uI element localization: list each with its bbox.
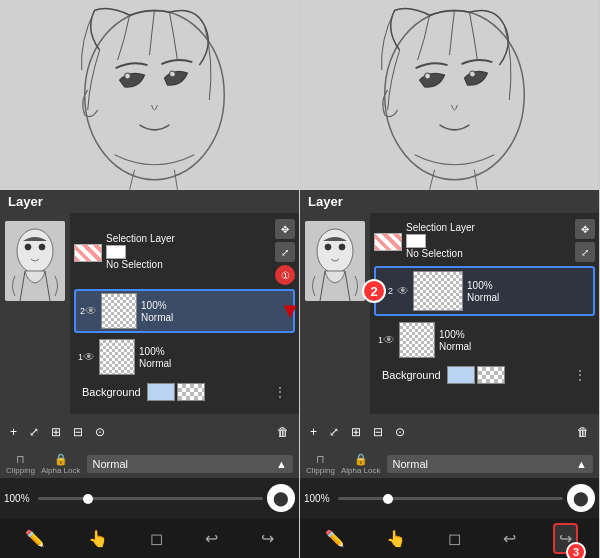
redo-container-2: ↪ 3 bbox=[553, 523, 578, 554]
mask-btn-2[interactable]: ⊟ bbox=[369, 423, 387, 442]
add-layer-btn-1[interactable]: + bbox=[6, 423, 21, 442]
sketch-area-1 bbox=[0, 0, 299, 190]
eraser-btn-1[interactable]: ◻ bbox=[146, 525, 167, 552]
char-thumbnail-1 bbox=[5, 221, 65, 301]
tool-nav-1: ✏️ 👆 ◻ ↩ ↪ bbox=[0, 518, 299, 558]
layer-mode-1-p2: Normal bbox=[439, 341, 591, 352]
layer-eye-2-p2[interactable]: 👁 bbox=[397, 284, 409, 298]
mask-icon-1: ⊟ bbox=[73, 425, 83, 439]
layer-row-2-panel2[interactable]: 2 2 👁 100% Normal bbox=[374, 266, 595, 316]
layer-header-2: Layer bbox=[300, 190, 599, 213]
zoom-handle-1[interactable] bbox=[83, 494, 93, 504]
layer-thumb-col-1 bbox=[0, 213, 70, 414]
panel-1: Layer bbox=[0, 0, 300, 558]
layer-row-2-panel1[interactable]: 2 👁 100% Normal ▼ bbox=[74, 289, 295, 333]
svg-point-11 bbox=[469, 71, 475, 77]
layer-row-1-panel2[interactable]: 1 👁 100% Normal bbox=[374, 320, 595, 360]
redo-btn-1[interactable]: ↪ bbox=[257, 525, 278, 552]
smudge-btn-2[interactable]: 👆 bbox=[382, 525, 410, 552]
mask-btn-1[interactable]: ⊟ bbox=[69, 423, 87, 442]
delete-btn-1[interactable]: 🗑 bbox=[273, 423, 293, 442]
svg-point-2 bbox=[125, 73, 131, 79]
svg-point-13 bbox=[317, 229, 353, 273]
sel-icon-3[interactable]: ① bbox=[275, 265, 295, 285]
zoom-slider-2[interactable] bbox=[338, 497, 563, 500]
layer-opacity-1-1: 100% bbox=[139, 346, 291, 358]
delete-icon-2: 🗑 bbox=[577, 425, 589, 439]
layer-thumb-1-1 bbox=[99, 339, 135, 375]
tool-nav-2: ✏️ 👆 ◻ ↩ ↪ 3 bbox=[300, 518, 599, 558]
normal-mode-select-2[interactable]: Normal ▲ bbox=[387, 455, 594, 473]
bg-options-1[interactable]: ⋮ bbox=[273, 384, 287, 400]
transform-icon-2: ⤢ bbox=[329, 425, 339, 439]
add-layer-type-btn-1[interactable]: ⊞ bbox=[47, 423, 65, 442]
smudge-btn-1[interactable]: 👆 bbox=[84, 525, 112, 552]
zoom-handle-2[interactable] bbox=[383, 494, 393, 504]
eraser-btn-2[interactable]: ◻ bbox=[444, 525, 465, 552]
plus-icon-2: + bbox=[310, 425, 317, 439]
brush-btn-2[interactable]: ✏️ bbox=[321, 525, 349, 552]
brush-btn-1[interactable]: ✏️ bbox=[21, 525, 49, 552]
layer-eye-1-p2[interactable]: 👁 bbox=[383, 333, 395, 347]
layer-info-2-1: 100% Normal bbox=[141, 300, 289, 323]
undo-btn-1[interactable]: ↩ bbox=[201, 525, 222, 552]
step-num-3: 3 bbox=[566, 542, 586, 559]
zoom-slider-1[interactable] bbox=[38, 497, 263, 500]
layer-num-2-p2: 2 bbox=[388, 286, 393, 296]
bg-thumb-checker-2 bbox=[477, 366, 505, 384]
transform-btn-1[interactable]: ⤢ bbox=[25, 423, 43, 442]
add-type-icon-2: ⊞ bbox=[351, 425, 361, 439]
panel-2: Layer bbox=[300, 0, 600, 558]
undo-btn-2[interactable]: ↩ bbox=[499, 525, 520, 552]
sel-icon-p2-1[interactable]: ✥ bbox=[575, 219, 595, 239]
sel-icon-p2-2[interactable]: ⤢ bbox=[575, 242, 595, 262]
zoom-label-1: 100% bbox=[4, 493, 30, 504]
color-circle-2[interactable]: ⬤ bbox=[567, 484, 595, 512]
chevron-icon-1: ▲ bbox=[276, 458, 287, 470]
svg-point-6 bbox=[25, 244, 31, 250]
selection-layer-row-2: Selection Layer No Selection ✥ ⤢ bbox=[370, 217, 599, 264]
add-type-icon-1: ⊞ bbox=[51, 425, 61, 439]
layer-toolbar-1: + ⤢ ⊞ ⊟ ⊙ 🗑 bbox=[0, 414, 299, 450]
alpha-lock-btn-1[interactable]: 🔒 Alpha Lock bbox=[41, 453, 81, 475]
clipping-btn-2[interactable]: ⊓ Clipping bbox=[306, 453, 335, 475]
bg-thumb-solid-2 bbox=[447, 366, 475, 384]
camera-btn-1[interactable]: ⊙ bbox=[91, 423, 109, 442]
add-layer-type-btn-2[interactable]: ⊞ bbox=[347, 423, 365, 442]
svg-point-14 bbox=[325, 244, 331, 250]
clipping-btn-1[interactable]: ⊓ Clipping bbox=[6, 453, 35, 475]
alpha-lock-btn-2[interactable]: 🔒 Alpha Lock bbox=[341, 453, 381, 475]
layer-header-1: Layer bbox=[0, 190, 299, 213]
no-selection-box-2 bbox=[406, 234, 426, 248]
bg-row-2: Background ⋮ bbox=[374, 364, 595, 386]
bg-thumb-solid-1 bbox=[147, 383, 175, 401]
sel-icon-1[interactable]: ✥ bbox=[275, 219, 295, 239]
transform-icon-1: ⤢ bbox=[29, 425, 39, 439]
zoom-track-2 bbox=[338, 497, 563, 500]
no-selection-label-1: No Selection bbox=[106, 259, 175, 271]
transform-btn-2[interactable]: ⤢ bbox=[325, 423, 343, 442]
layer-eye-1-1[interactable]: 👁 bbox=[83, 350, 95, 364]
no-selection-label-2: No Selection bbox=[406, 248, 475, 260]
normal-mode-select-1[interactable]: Normal ▲ bbox=[87, 455, 294, 473]
layer-thumb-1-p2 bbox=[399, 322, 435, 358]
layer-panel-1: Layer bbox=[0, 190, 299, 450]
layer-list-2: Selection Layer No Selection ✥ ⤢ 2 bbox=[370, 213, 599, 414]
sel-icon-2[interactable]: ⤢ bbox=[275, 242, 295, 262]
mask-icon-2: ⊟ bbox=[373, 425, 383, 439]
bg-options-2[interactable]: ⋮ bbox=[573, 367, 587, 383]
color-circle-1[interactable]: ⬤ bbox=[267, 484, 295, 512]
no-selection-box-1 bbox=[106, 245, 126, 259]
layer-mode-1-1: Normal bbox=[139, 358, 291, 369]
add-layer-btn-2[interactable]: + bbox=[306, 423, 321, 442]
layer-title-1: Layer bbox=[8, 194, 43, 209]
delete-btn-2[interactable]: 🗑 bbox=[573, 423, 593, 442]
camera-btn-2[interactable]: ⊙ bbox=[391, 423, 409, 442]
layer-eye-2-1[interactable]: 👁 bbox=[85, 304, 97, 318]
layer-row-1-panel1[interactable]: 1 👁 100% Normal bbox=[74, 337, 295, 377]
bottom-nav-1: 100% ⬤ bbox=[0, 478, 299, 518]
layer-mode-2-1: Normal bbox=[141, 312, 289, 323]
char-thumbnail-2 bbox=[305, 221, 365, 301]
layer-thumb-2-p2 bbox=[413, 271, 463, 311]
red-arrow-down: ▼ bbox=[279, 300, 301, 322]
